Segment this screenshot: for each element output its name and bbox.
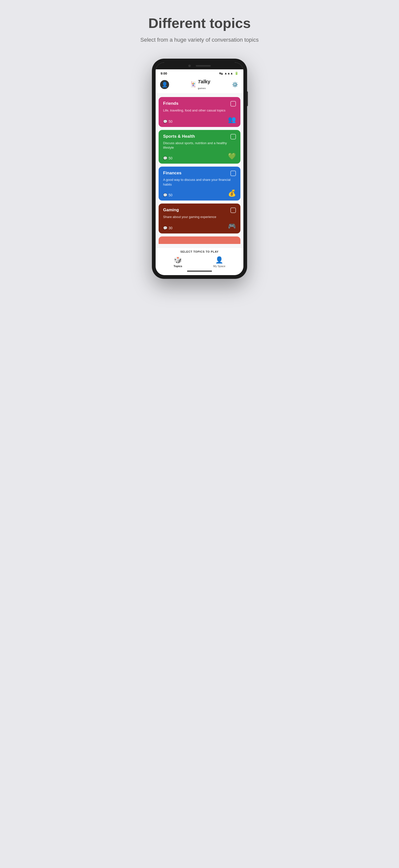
hero-subtitle: Select from a huge variety of conversati… <box>141 36 258 44</box>
myspace-icon: 👤 <box>215 256 223 264</box>
battery-icon: 🔋 <box>235 71 238 75</box>
topics-list: Friends Life, travelling, food and other… <box>156 94 243 247</box>
card-title-sports: Sports & Health <box>163 134 195 139</box>
nav-items: 🎲 Topics 👤 My Space <box>156 256 243 269</box>
topics-icon: 🎲 <box>174 256 182 264</box>
card-footer-sports: 💬 50 💚 <box>163 152 236 160</box>
card-emoji-finances: 💰 <box>228 189 236 197</box>
card-header-friends: Friends <box>163 101 236 106</box>
card-header-gaming: Gaming <box>163 208 236 213</box>
topic-card-finances[interactable]: Finances A good way to discuss and share… <box>159 166 240 200</box>
camera <box>188 65 191 67</box>
count-icon-finances: 💬 <box>163 193 167 197</box>
topic-card-sports[interactable]: Sports & Health Discuss about sports, nu… <box>159 130 240 164</box>
home-indicator <box>156 269 243 274</box>
card-header-finances: Finances <box>163 170 236 176</box>
card-desc-gaming: Share about your gaming experience <box>163 215 236 219</box>
status-bar: 9:00 ▾▴ ▲▲▲ 🔋 <box>156 69 243 76</box>
checkbox-gaming[interactable] <box>231 208 236 213</box>
count-value-sports: 50 <box>168 156 173 160</box>
speaker <box>196 65 211 67</box>
card-count-sports: 💬 50 <box>163 156 173 160</box>
card-footer-gaming: 💬 30 🎮 <box>163 222 236 230</box>
status-time: 9:00 <box>161 71 167 75</box>
card-title-gaming: Gaming <box>163 208 179 213</box>
home-bar <box>187 271 212 272</box>
wifi-icon: ▾▴ <box>219 71 223 75</box>
card-count-gaming: 💬 30 <box>163 226 173 230</box>
card-emoji-friends: 👥 <box>228 116 236 123</box>
topic-card-friends[interactable]: Friends Life, travelling, food and other… <box>159 97 240 127</box>
card-title-friends: Friends <box>163 101 178 106</box>
count-icon-gaming: 💬 <box>163 226 167 230</box>
bottom-nav-label[interactable]: SELECT TOPICS TO PLAY <box>156 250 243 253</box>
avatar-icon[interactable]: 👤 <box>160 80 169 89</box>
count-icon-friends: 💬 <box>163 120 167 123</box>
card-emoji-sports: 💚 <box>228 152 236 160</box>
card-desc-friends: Life, travelling, food and other casual … <box>163 108 236 113</box>
nav-item-myspace[interactable]: 👤 My Space <box>213 256 225 268</box>
phone-screen: 9:00 ▾▴ ▲▲▲ 🔋 👤 🃏 Talkygames ⚙️ <box>156 62 243 275</box>
status-icons: ▾▴ ▲▲▲ 🔋 <box>219 71 238 75</box>
app-header: 👤 🃏 Talkygames ⚙️ <box>156 76 243 94</box>
card-footer-friends: 💬 50 👥 <box>163 116 236 123</box>
card-desc-finances: A good way to discuss and share your fin… <box>163 178 236 187</box>
logo-icon: 🃏 <box>190 81 196 88</box>
card-footer-finances: 💬 50 💰 <box>163 189 236 197</box>
topic-card-partial <box>159 237 240 244</box>
checkbox-finances[interactable] <box>231 170 236 176</box>
nav-item-topics[interactable]: 🎲 Topics <box>174 256 182 268</box>
checkbox-sports[interactable] <box>231 134 236 140</box>
nav-label-topics: Topics <box>174 265 182 268</box>
count-value-gaming: 30 <box>168 226 173 230</box>
topic-card-gaming[interactable]: Gaming Share about your gaming experienc… <box>159 204 240 234</box>
hero-title: Different topics <box>148 15 251 31</box>
card-desc-sports: Discuss about sports, nutrition and a he… <box>163 141 236 150</box>
count-icon-sports: 💬 <box>163 156 167 160</box>
logo-text: Talkygames <box>198 79 211 90</box>
nav-label-myspace: My Space <box>213 265 225 268</box>
count-value-finances: 50 <box>168 193 173 197</box>
card-emoji-gaming: 🎮 <box>228 222 236 230</box>
page-wrapper: Different topics Select from a huge vari… <box>100 15 299 279</box>
avatar-glyph: 👤 <box>162 82 168 88</box>
settings-icon[interactable]: ⚙️ <box>231 81 239 89</box>
signal-icon: ▲▲▲ <box>224 71 233 75</box>
logo: 🃏 Talkygames <box>190 79 211 90</box>
count-value-friends: 50 <box>168 120 173 123</box>
phone-top-bar <box>156 62 243 69</box>
checkbox-friends[interactable] <box>231 101 236 106</box>
card-title-finances: Finances <box>163 170 182 176</box>
card-count-finances: 💬 50 <box>163 193 173 197</box>
bottom-nav: SELECT TOPICS TO PLAY 🎲 Topics 👤 My Spac… <box>156 247 243 275</box>
phone-shell: 9:00 ▾▴ ▲▲▲ 🔋 👤 🃏 Talkygames ⚙️ <box>152 59 247 279</box>
card-header-sports: Sports & Health <box>163 134 236 140</box>
card-count-friends: 💬 50 <box>163 120 173 123</box>
